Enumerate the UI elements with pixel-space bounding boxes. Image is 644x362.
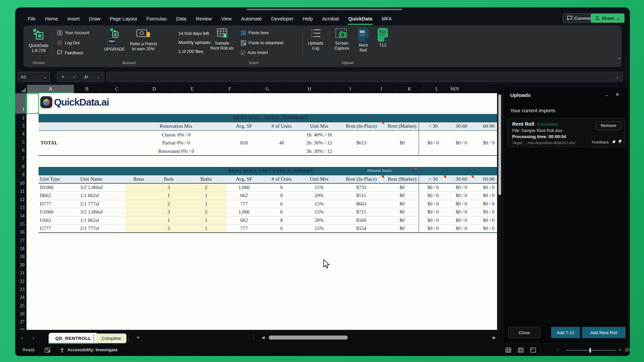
quickdata-version-button[interactable]: QuickData 1.9.729 bbox=[27, 28, 50, 53]
tab-qd-rentroll[interactable]: QD_RENTROLL bbox=[49, 333, 98, 344]
zoom-out-icon[interactable]: − bbox=[556, 348, 559, 352]
column-header[interactable]: E bbox=[175, 85, 210, 93]
row-header[interactable]: 13 bbox=[15, 204, 26, 212]
accessibility-status[interactable]: Accessibility: Investigate bbox=[67, 348, 117, 352]
vertical-scrollbar[interactable] bbox=[498, 93, 502, 330]
menu-item[interactable]: Page Layout bbox=[105, 14, 142, 23]
column-header[interactable]: D bbox=[134, 85, 175, 93]
normal-view-icon[interactable] bbox=[505, 348, 511, 353]
log-out-button[interactable]: Log Out bbox=[57, 40, 79, 46]
row-header[interactable]: 5 bbox=[15, 138, 26, 146]
column-header[interactable]: B bbox=[74, 85, 100, 93]
screen-capture-button[interactable]: Screen Capture bbox=[330, 28, 353, 51]
column-header[interactable]: L bbox=[424, 85, 450, 93]
column-header[interactable]: F bbox=[210, 85, 250, 93]
column-header[interactable]: I bbox=[334, 85, 367, 93]
cancel-entry-icon[interactable]: ✕ bbox=[61, 74, 65, 79]
total-summary-row[interactable]: TOTAL Classic 0% / 0Partial 0% / 0Renova… bbox=[39, 130, 497, 156]
remove-button[interactable]: Remove bbox=[596, 121, 621, 130]
add-sheet-icon[interactable]: + bbox=[137, 334, 140, 341]
row-header[interactable]: 22 bbox=[15, 278, 26, 286]
row-header[interactable]: 18 bbox=[15, 245, 26, 253]
menu-item[interactable]: View bbox=[216, 14, 236, 23]
row-header[interactable]: 6 bbox=[15, 147, 26, 155]
refer-a-friend-button[interactable]: Refer a Friend to earn 20% bbox=[127, 29, 159, 52]
horizontal-scrollbar-thumb[interactable] bbox=[269, 336, 348, 340]
scrollbar-grip-icon[interactable]: ⋮ bbox=[252, 334, 256, 340]
menu-item[interactable]: Help bbox=[298, 14, 318, 23]
page-break-view-icon[interactable] bbox=[530, 348, 536, 353]
select-all-corner[interactable] bbox=[15, 85, 27, 93]
vertical-scrollbar-thumb[interactable] bbox=[498, 95, 501, 195]
name-box[interactable]: A1 ⌄ bbox=[18, 72, 50, 82]
rent-roll-upload-button[interactable]: RR ↑ Rent Roll bbox=[354, 28, 373, 53]
menu-item[interactable]: Developer bbox=[266, 14, 298, 23]
insert-function-icon[interactable]: fx bbox=[85, 74, 88, 79]
row-header[interactable]: 19 bbox=[15, 253, 26, 261]
zoom-in-icon[interactable]: + bbox=[619, 348, 621, 352]
tab-complete[interactable]: Complete bbox=[96, 334, 126, 343]
menu-item[interactable]: MFA bbox=[377, 14, 396, 23]
row-header[interactable]: 9 bbox=[15, 171, 26, 179]
row-header[interactable]: 12 bbox=[15, 196, 26, 204]
page-layout-view-icon[interactable] bbox=[518, 348, 524, 353]
menu-item[interactable]: Automate bbox=[236, 14, 266, 23]
confirm-entry-icon[interactable]: ✓ bbox=[73, 74, 76, 79]
menu-item[interactable]: QuickData bbox=[343, 14, 377, 23]
sample-rent-roll-button[interactable]: X Sample Rent Roll.xls bbox=[209, 28, 235, 51]
row-header[interactable]: 21 bbox=[15, 269, 26, 277]
zoom-slider[interactable] bbox=[566, 350, 616, 351]
upgrade-button[interactable]: PRO UPGRADE bbox=[103, 28, 125, 52]
column-header[interactable]: G bbox=[250, 85, 285, 93]
row-header[interactable]: 16 bbox=[15, 228, 26, 236]
add-rent-roll-button[interactable]: Add Rent Roll bbox=[582, 327, 626, 338]
unit-type-row[interactable]: U777 2/1 777sf 2 1 777 6 15% $554 $0 $0 … bbox=[39, 225, 497, 233]
sheet-canvas[interactable]: QuickData.ai RENT ROLL TOTAL SUMMARY Ren… bbox=[26, 93, 497, 330]
thumbs-down-icon[interactable] bbox=[612, 139, 616, 143]
uploads-log-button[interactable]: 123 Uploads Log bbox=[305, 28, 327, 51]
row-header[interactable]: 20 bbox=[15, 261, 26, 269]
menu-item[interactable]: File bbox=[23, 14, 40, 23]
column-header[interactable]: J bbox=[367, 85, 396, 93]
row-header[interactable]: 2 bbox=[15, 114, 26, 122]
panel-close-icon[interactable]: ✕ bbox=[615, 92, 620, 98]
add-t12-button[interactable]: Add T-12 bbox=[551, 327, 580, 338]
menu-item[interactable]: Insert bbox=[63, 14, 84, 23]
t12-upload-button[interactable]: T12 ↑ T12 bbox=[374, 28, 391, 48]
unit-type-row[interactable]: U1066 3/2 1,066sf 3 2 1,066 6 15% $715 $… bbox=[39, 208, 497, 217]
column-header[interactable]: C bbox=[100, 85, 134, 93]
row-header[interactable]: 7 bbox=[15, 155, 26, 163]
zoom-level[interactable]: 100% bbox=[625, 348, 630, 352]
row-header[interactable]: 28 bbox=[15, 326, 26, 330]
row-header[interactable]: 24 bbox=[15, 294, 26, 302]
unit-type-row[interactable]: D1066 3/2 1,066sf 3 2 1,066 6 15% $733 $… bbox=[39, 183, 497, 192]
scroll-left-icon[interactable]: ◀ bbox=[262, 335, 265, 340]
row-header[interactable]: 4 bbox=[15, 130, 26, 138]
formula-input[interactable]: ⌄ bbox=[106, 72, 623, 82]
thumbs-up-icon[interactable] bbox=[618, 139, 622, 143]
menu-item[interactable]: Home bbox=[40, 14, 63, 23]
row-header[interactable]: 23 bbox=[15, 286, 26, 294]
column-header[interactable]: M bbox=[450, 85, 455, 93]
column-header[interactable]: A bbox=[27, 85, 74, 93]
menu-item[interactable]: Formulas bbox=[142, 14, 171, 23]
macro-record-icon[interactable] bbox=[45, 348, 50, 353]
row-header[interactable]: 11 bbox=[15, 188, 26, 196]
zoom-slider-thumb[interactable] bbox=[589, 348, 591, 353]
ribbon-collapse-chevron-icon[interactable]: ⌄ bbox=[617, 54, 622, 60]
row-header[interactable]: 26 bbox=[15, 310, 26, 318]
accessibility-icon[interactable] bbox=[59, 348, 65, 353]
row-header[interactable]: 15 bbox=[15, 220, 26, 228]
paste-here-button[interactable]: Paste here bbox=[241, 30, 269, 36]
row-header[interactable]: 25 bbox=[15, 302, 26, 310]
window-drag-handle[interactable] bbox=[247, 9, 402, 10]
column-header[interactable]: H bbox=[285, 85, 334, 93]
menu-item[interactable]: Draw bbox=[84, 14, 105, 23]
auto-insert-checkbox[interactable]: ✓ Auto Insert bbox=[241, 50, 268, 55]
unit-type-row[interactable]: D662 1/1 662sf 1 1 662 8 20% $511 $0 $0 … bbox=[39, 192, 497, 200]
fx-chevron-icon[interactable]: ⌄ bbox=[96, 74, 100, 79]
column-header[interactable]: K bbox=[396, 85, 424, 93]
row-header[interactable]: 27 bbox=[15, 318, 26, 326]
menu-item[interactable]: Data bbox=[171, 14, 191, 23]
row-header[interactable]: 3 bbox=[15, 122, 26, 130]
